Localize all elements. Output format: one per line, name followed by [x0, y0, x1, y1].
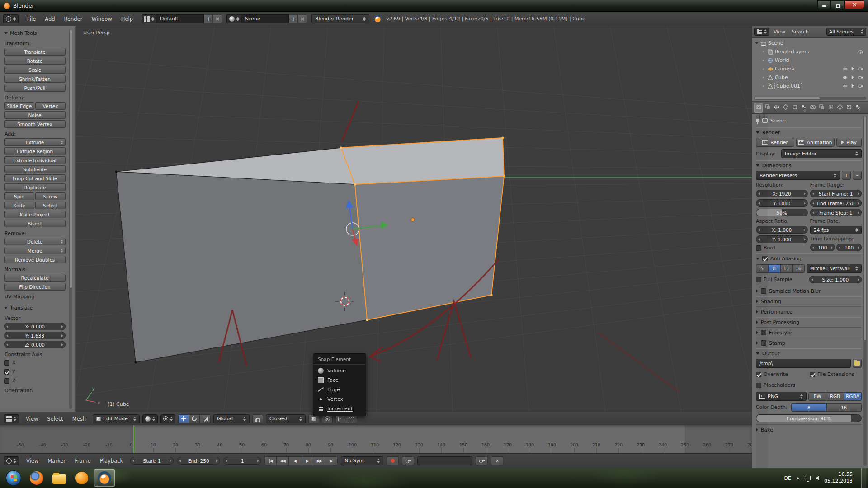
- panel-output-header[interactable]: Output: [756, 348, 862, 357]
- insert-keyframe-button[interactable]: [476, 456, 488, 465]
- tool-remove-doubles-button[interactable]: Remove Doubles: [4, 256, 66, 263]
- checkbox-sampled-motion-blur[interactable]: [761, 288, 766, 294]
- taskbar-explorer-button[interactable]: [49, 469, 70, 487]
- timeline-menu-playback[interactable]: Playback: [96, 456, 127, 465]
- manipulator-rotate-button[interactable]: [189, 414, 200, 423]
- snap-item-face[interactable]: Face: [313, 375, 366, 385]
- checkbox-z[interactable]: [4, 378, 9, 384]
- active-keying-set-field[interactable]: [417, 456, 472, 465]
- delete-keyframe-button[interactable]: [491, 456, 503, 465]
- manipulator-scale-button[interactable]: [200, 414, 211, 423]
- transport-next-keyframe-button[interactable]: ▶▶: [313, 456, 326, 465]
- vector-field-x[interactable]: X: 0.000: [4, 323, 66, 330]
- tab-physics[interactable]: [854, 103, 862, 113]
- aa-filter-dropdown[interactable]: Mitchell-Netravali: [807, 264, 862, 273]
- view3d-menu-view[interactable]: View: [22, 414, 42, 423]
- checkbox-freestyle[interactable]: [761, 330, 766, 335]
- snap-magnet-toggle[interactable]: [252, 414, 263, 423]
- tool-subdivide-button[interactable]: Subdivide: [4, 165, 66, 173]
- panel-post-processing-header[interactable]: Post Processing: [756, 317, 862, 325]
- view3d-menu-mesh[interactable]: Mesh: [68, 414, 90, 423]
- clock[interactable]: 16:55 05.12.2013: [824, 471, 853, 485]
- snap-item-volume[interactable]: Volume: [313, 366, 366, 375]
- tab-object[interactable]: [790, 103, 799, 113]
- language-indicator[interactable]: DE: [784, 475, 791, 481]
- outliner-menu-search[interactable]: Search: [789, 28, 811, 36]
- tab-constraints[interactable]: [799, 103, 808, 113]
- scene-browse-button[interactable]: [226, 14, 242, 23]
- properties-scrollbar[interactable]: [863, 116, 867, 466]
- panel-render-header[interactable]: Render: [756, 127, 862, 136]
- viewport-shading-dropdown[interactable]: [142, 414, 158, 423]
- checkbox-x[interactable]: [4, 360, 9, 366]
- show-desktop-button[interactable]: [861, 468, 866, 488]
- minimize-button[interactable]: [817, 0, 831, 9]
- transport-prev-keyframe-button[interactable]: ◀◀: [277, 456, 289, 465]
- tool-noise-button[interactable]: Noise: [4, 111, 66, 119]
- menu-help[interactable]: Help: [117, 14, 137, 23]
- tool-slide-edge-button[interactable]: Slide Edge: [4, 102, 34, 110]
- preset-remove-button[interactable]: [853, 171, 862, 180]
- tool-rotate-button[interactable]: Rotate: [4, 57, 66, 65]
- sync-dropdown[interactable]: No Sync: [341, 456, 383, 465]
- eye-icon[interactable]: [842, 66, 848, 72]
- keying-set-button[interactable]: [402, 456, 414, 465]
- tab-modifiers[interactable]: [808, 103, 817, 113]
- outliner-menu-view[interactable]: View: [771, 28, 788, 36]
- tab-render-layers[interactable]: [763, 103, 772, 113]
- breadcrumb-scene[interactable]: Scene: [770, 118, 786, 124]
- render-engine-dropdown[interactable]: Blender Render: [311, 14, 369, 23]
- maximize-button[interactable]: [831, 0, 844, 9]
- aa-sample-11-button[interactable]: 11: [781, 264, 793, 273]
- constraint-axis-x[interactable]: X: [4, 359, 66, 366]
- translate-panel-header[interactable]: Translate: [4, 303, 66, 312]
- transport-play-button[interactable]: ▶: [301, 456, 313, 465]
- taskbar-blender-button[interactable]: [94, 469, 115, 487]
- tab-world[interactable]: [781, 103, 790, 113]
- menu-file[interactable]: File: [23, 14, 40, 23]
- timeline-menu-frame[interactable]: Frame: [71, 456, 95, 465]
- tool-duplicate-button[interactable]: Duplicate: [4, 183, 66, 191]
- tool-flip-direction-button[interactable]: Flip Direction: [4, 283, 66, 291]
- snap-item-increment[interactable]: Increment: [313, 404, 366, 413]
- transport-play-reverse-button[interactable]: ◀: [289, 456, 301, 465]
- outliner-hscrollbar[interactable]: [754, 97, 866, 100]
- taskbar-firefox-button[interactable]: [26, 469, 47, 487]
- vector-field-z[interactable]: Z: 0.000: [4, 341, 66, 348]
- timeline-editor-type-button[interactable]: [4, 456, 19, 465]
- eye-icon[interactable]: [842, 75, 848, 80]
- transport-jump-to-start-button[interactable]: |◀: [264, 456, 277, 465]
- tool-screw-button[interactable]: Screw: [35, 192, 66, 200]
- checkbox-stamp[interactable]: [761, 340, 766, 346]
- snap-item-vertex[interactable]: Vertex: [313, 394, 366, 404]
- render-icon[interactable]: [858, 66, 863, 72]
- constraint-axis-y[interactable]: Y: [4, 368, 66, 375]
- timeline-ruler[interactable]: -50-40-30-20-100102030405060708090100110…: [0, 425, 752, 453]
- tool-vertex-button[interactable]: Vertex: [35, 102, 66, 110]
- tab-particles[interactable]: [844, 103, 853, 113]
- editor-type-button[interactable]: [3, 14, 19, 23]
- start-button[interactable]: [6, 470, 21, 486]
- view3d-menu-select[interactable]: Select: [43, 414, 67, 423]
- layers-icon[interactable]: [858, 49, 863, 55]
- close-button[interactable]: [844, 0, 864, 9]
- tool-push-pull-button[interactable]: Push/Pull: [4, 84, 66, 92]
- aa-sample-16-button[interactable]: 16: [793, 264, 805, 273]
- tab-render[interactable]: [754, 103, 763, 113]
- screen-layout-delete-button[interactable]: [213, 14, 222, 23]
- checkbox-y[interactable]: [4, 369, 9, 375]
- panel-shading-header[interactable]: Shading: [756, 296, 862, 305]
- aa-size-field[interactable]: Size: 1.000: [809, 276, 862, 283]
- outliner-row-cube[interactable]: Cube: [753, 73, 867, 82]
- scene-add-button[interactable]: [289, 14, 298, 23]
- eye-icon[interactable]: [842, 83, 848, 89]
- scrollbar-thumb[interactable]: [864, 116, 866, 340]
- channel-rgba-button[interactable]: RGBA: [844, 392, 862, 401]
- end-frame-prop-field[interactable]: End Frame: 250: [810, 199, 862, 207]
- depth-8-button[interactable]: 8: [791, 403, 827, 412]
- panel-freestyle-header[interactable]: Freestyle: [756, 328, 862, 336]
- full-sample-checkbox[interactable]: [756, 277, 761, 282]
- transport-jump-to-end-button[interactable]: ▶|: [326, 456, 338, 465]
- frame-step-field[interactable]: Frame Step: 1: [810, 209, 862, 216]
- scrollbar-thumb[interactable]: [70, 29, 72, 288]
